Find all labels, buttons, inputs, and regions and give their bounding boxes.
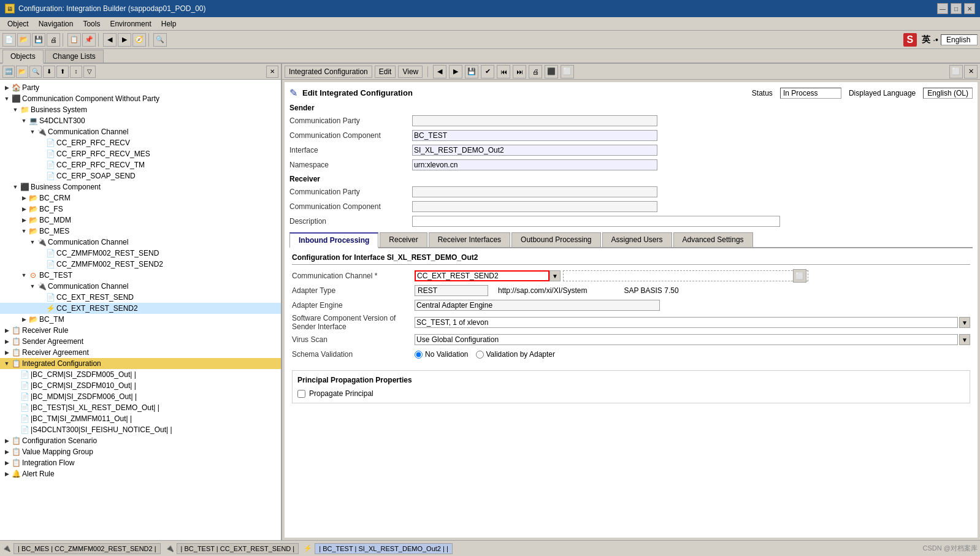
- toggle-receiver-agreement[interactable]: ▶: [2, 348, 11, 357]
- toggle-comm-channel-s4d[interactable]: ▼: [28, 128, 37, 136]
- receiver-comm-component-input[interactable]: [412, 201, 657, 212]
- toggle-business-system[interactable]: ▼: [11, 105, 20, 114]
- paste-button[interactable]: 📌: [82, 33, 96, 47]
- toggle-receiver-rule[interactable]: ▶: [2, 326, 11, 335]
- status-item-bc-test[interactable]: | BC_TEST | CC_EXT_REST_SEND |: [177, 543, 299, 554]
- tree-node-cc-ext-rest-send[interactable]: 📄 CC_EXT_REST_SEND: [0, 292, 281, 303]
- toggle-bc-test[interactable]: ▼: [20, 271, 28, 280]
- tree-node-bc-fs[interactable]: ▶ 📂 BC_FS: [0, 204, 281, 215]
- menu-object[interactable]: Object: [2, 18, 34, 29]
- tree-node-party[interactable]: ▶ 🏠 Party: [0, 82, 281, 93]
- rt-collapse[interactable]: ⬜: [561, 65, 574, 78]
- radio-no-validation[interactable]: No Validation: [415, 350, 469, 359]
- tree-node-comm-channel-bctest[interactable]: ▼ 🔌 Communication Channel: [0, 281, 281, 292]
- tree-node-ic-1[interactable]: 📄 |BC_CRM|SI_ZSDFM005_Out| |: [0, 369, 281, 380]
- new-button[interactable]: 📄: [2, 33, 16, 47]
- tree-node-integration-flow[interactable]: ▶ 📋 Integration Flow: [0, 457, 281, 468]
- menu-navigation[interactable]: Navigation: [34, 18, 78, 29]
- left-collapse-btn[interactable]: ⬆: [56, 66, 69, 78]
- menu-integrated-config[interactable]: Integrated Configuration: [285, 66, 372, 78]
- sw-comp-dropdown[interactable]: ▼: [959, 317, 970, 328]
- toggle-alert-rule[interactable]: ▶: [2, 470, 11, 478]
- toggle-comm-channel-mes[interactable]: ▼: [28, 238, 37, 246]
- tree-node-config-scenario[interactable]: ▶ 📋 Configuration Scenario: [0, 435, 281, 446]
- tree-area[interactable]: ▶ 🏠 Party ▼ ⬛ Communication Component Wi…: [0, 80, 281, 540]
- tree-node-ic-2[interactable]: 📄 |BC_CRM|SI_ZSDFM010_Out| |: [0, 380, 281, 391]
- tree-node-bc-tm[interactable]: ▶ 📂 BC_TM: [0, 314, 281, 325]
- tree-node-ic-5[interactable]: 📄 |BC_TM|SI_ZMMFM011_Out| |: [0, 413, 281, 424]
- status-value[interactable]: In Process: [780, 88, 841, 99]
- rt-check[interactable]: ✔: [481, 65, 494, 78]
- back-button[interactable]: ◀: [103, 33, 117, 47]
- comm-channel-input[interactable]: [415, 270, 549, 281]
- save-button[interactable]: 💾: [32, 33, 45, 47]
- rt-nav-fwd[interactable]: ▶: [449, 65, 462, 78]
- adapter-engine-input[interactable]: [415, 300, 660, 311]
- rt-maximize[interactable]: ⬜: [949, 65, 963, 78]
- tree-node-alert-rule[interactable]: ▶ 🔔 Alert Rule: [0, 468, 281, 479]
- rt-close[interactable]: ✕: [964, 65, 978, 78]
- tab-advanced-settings[interactable]: Advanced Settings: [673, 232, 753, 247]
- tree-node-ic-3[interactable]: 📄 |BC_MDM|SI_ZSDFM006_Out| |: [0, 391, 281, 402]
- tree-node-integrated-config[interactable]: ▼ 📋 Integrated Configuration: [0, 358, 281, 369]
- tree-node-ic-4[interactable]: 📄 |BC_TEST|SI_XL_REST_DEMO_Out| |: [0, 402, 281, 413]
- tree-node-cc-erp-rfc-recv-mes[interactable]: 📄 CC_ERP_RFC_RECV_MES: [0, 148, 281, 159]
- rt-expand[interactable]: ⬛: [545, 65, 558, 78]
- copy-button[interactable]: 📋: [67, 33, 81, 47]
- sw-comp-input[interactable]: [415, 317, 958, 328]
- tab-outbound-processing[interactable]: Outbound Processing: [511, 232, 600, 247]
- left-new-btn[interactable]: 🆕: [2, 66, 15, 78]
- menu-help[interactable]: Help: [156, 18, 182, 29]
- toggle-bc-mdm[interactable]: ▶: [20, 216, 28, 224]
- toggle-integration-flow[interactable]: ▶: [2, 459, 11, 467]
- tree-node-bc-crm[interactable]: ▶ 📂 BC_CRM: [0, 192, 281, 204]
- sender-comm-party-input[interactable]: [412, 115, 657, 126]
- left-filter2-btn[interactable]: ▽: [83, 66, 96, 78]
- toggle-bc-mes[interactable]: ▼: [20, 227, 28, 235]
- toggle-sender-agreement[interactable]: ▶: [2, 337, 11, 346]
- open-button[interactable]: 📂: [17, 33, 31, 47]
- nav-button[interactable]: 🧭: [132, 33, 146, 47]
- minimize-button[interactable]: —: [937, 3, 948, 14]
- menu-view[interactable]: View: [398, 66, 423, 78]
- left-expand-btn[interactable]: ⬇: [43, 66, 55, 78]
- tree-node-cc-ext-rest-send2[interactable]: ⚡ CC_EXT_REST_SEND2: [0, 303, 281, 314]
- tree-node-cc-zmmfm002-rest-send[interactable]: 📄 CC_ZMMFM002_REST_SEND: [0, 248, 281, 259]
- toggle-value-mapping-group[interactable]: ▶: [2, 447, 11, 456]
- tree-node-bc-mes[interactable]: ▼ 📂 BC_MES: [0, 226, 281, 237]
- tree-node-comm-no-party[interactable]: ▼ ⬛ Communication Component Without Part…: [0, 93, 281, 104]
- propagate-principal-checkbox[interactable]: [297, 390, 305, 398]
- left-close-btn[interactable]: ✕: [266, 66, 278, 78]
- tree-node-bc-test[interactable]: ▼ ⊙ BC_TEST: [0, 270, 281, 281]
- radio-no-validation-input[interactable]: [415, 351, 423, 359]
- maximize-button[interactable]: □: [951, 3, 962, 14]
- tree-node-receiver-agreement[interactable]: ▶ 📋 Receiver Agreement: [0, 347, 281, 358]
- left-open-btn[interactable]: 📂: [16, 66, 28, 78]
- tree-node-bc-mdm[interactable]: ▶ 📂 BC_MDM: [0, 215, 281, 226]
- left-filter-btn[interactable]: 🔍: [29, 66, 42, 78]
- tree-node-sender-agreement[interactable]: ▶ 📋 Sender Agreement: [0, 336, 281, 347]
- receiver-comm-party-input[interactable]: [412, 186, 657, 197]
- tree-node-receiver-rule[interactable]: ▶ 📋 Receiver Rule: [0, 325, 281, 336]
- tab-inbound-processing[interactable]: Inbound Processing: [289, 232, 378, 248]
- tab-receiver-interfaces[interactable]: Receiver Interfaces: [429, 232, 510, 247]
- sender-interface-input[interactable]: [412, 145, 657, 156]
- sender-namespace-input[interactable]: [412, 159, 657, 170]
- tree-node-cc-erp-rfc-recv-tm[interactable]: 📄 CC_ERP_RFC_RECV_TM: [0, 159, 281, 170]
- comm-channel-dropdown[interactable]: ▼: [549, 270, 561, 281]
- comm-channel-expand[interactable]: ⬜: [793, 269, 806, 283]
- tree-node-business-system[interactable]: ▼ 📁 Business System: [0, 104, 281, 115]
- toggle-s4dclnt300[interactable]: ▼: [20, 116, 28, 125]
- tab-change-lists[interactable]: Change Lists: [45, 50, 104, 63]
- radio-validation-by-adapter[interactable]: Validation by Adapter: [476, 350, 556, 359]
- tab-assigned-users[interactable]: Assigned Users: [602, 232, 672, 247]
- tree-node-value-mapping-group[interactable]: ▶ 📋 Value Mapping Group: [0, 446, 281, 457]
- toggle-comm-channel-bctest[interactable]: ▼: [28, 282, 37, 291]
- toggle-bc-tm[interactable]: ▶: [20, 315, 28, 324]
- tree-node-ic-6[interactable]: 📄 |S4DCLNT300|SI_FEISHU_NOTICE_Out| |: [0, 424, 281, 435]
- toggle-config-scenario[interactable]: ▶: [2, 436, 11, 445]
- tree-node-s4dclnt300[interactable]: ▼ 💻 S4DCLNT300: [0, 115, 281, 126]
- tree-node-cc-erp-soap-send[interactable]: 📄 CC_ERP_SOAP_SEND: [0, 170, 281, 181]
- toggle-business-component[interactable]: ▼: [11, 183, 20, 191]
- toggle-integrated-config[interactable]: ▼: [2, 359, 11, 368]
